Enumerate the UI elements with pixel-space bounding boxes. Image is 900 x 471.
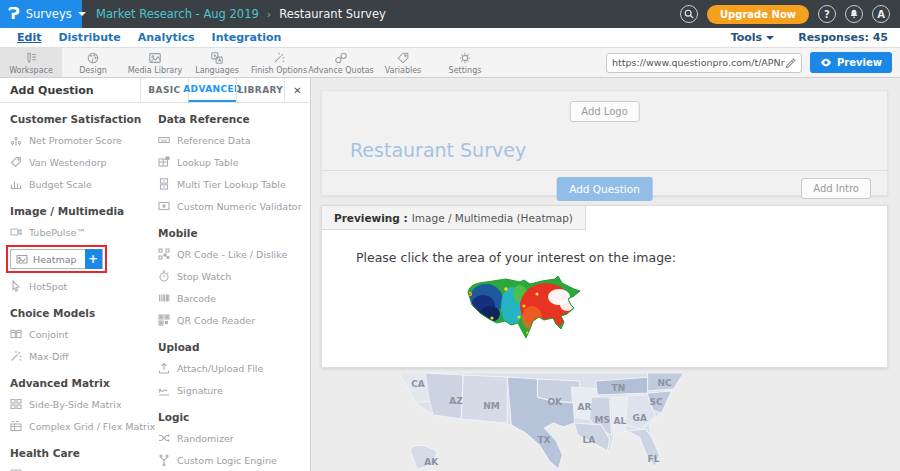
section-customer-satisfaction: Customer Satisfaction [10,113,158,125]
image-icon [148,51,162,65]
validator-icon [158,200,170,212]
cursor-icon [10,280,22,292]
app-root: Ɂ Surveys Market Research - Aug 2019 › R… [0,0,900,471]
section-choice-models: Choice Models [10,307,158,319]
palette-icon [86,51,100,65]
product-switcher[interactable]: Ɂ Surveys [0,0,82,28]
panel-column-2: Data Reference Reference Data Lookup Tab… [158,113,310,471]
survey-header-card: Add Logo Restaurant Survey Add Question … [321,90,888,196]
tab-advanced[interactable]: ADVANCED [188,78,236,102]
item-budget-scale[interactable]: Budget Scale [10,178,158,190]
add-logo-button[interactable]: Add Logo [569,101,640,122]
nav-analytics[interactable]: Analytics [138,31,195,44]
avatar[interactable]: A [872,5,890,23]
nps-icon [10,134,22,146]
item-tubepulse[interactable]: TubePulse™ [10,226,158,238]
tool-languages[interactable]: Languages [186,48,248,77]
product-menu-label: Surveys [26,7,72,21]
state-label-ok: OK [547,397,563,407]
tool-finish-options[interactable]: Finish Options [248,48,310,77]
chevron-down-icon [78,12,86,16]
upgrade-now-button[interactable]: Upgrade Now [707,5,809,24]
nav-distribute[interactable]: Distribute [58,31,120,44]
nav-edit[interactable]: Edit [17,31,41,44]
item-custom-numeric-validator[interactable]: Custom Numeric Validator [158,200,310,212]
section-logic: Logic [158,411,310,423]
tool-media-library[interactable]: Media Library [124,48,186,77]
tab-basic[interactable]: BASIC [140,78,188,102]
survey-canvas: CA AZ NM OK AR TN NC SC MS AL GA TX LA F… [311,78,900,471]
eye-icon [820,58,832,67]
item-multi-tier-lookup[interactable]: Multi Tier Lookup Table [158,178,310,190]
notifications-bell-icon[interactable] [845,5,863,23]
heatmap-usa-image[interactable] [462,274,588,350]
section-nav: Edit Distribute Analytics Integration To… [0,28,900,48]
state-label-ga: GA [633,413,647,423]
item-attach-upload[interactable]: Attach/Upload File [158,362,310,374]
tools-menu[interactable]: Tools [731,31,774,44]
item-reference-data[interactable]: Reference Data [158,134,310,146]
breadcrumb-separator: › [267,8,271,21]
subnav-right: Tools Responses: 45 [731,31,900,44]
state-label-la: LA [582,435,595,445]
item-custom-logic-engine[interactable]: Custom Logic Engine [158,454,310,466]
previewing-label: Previewing : [334,212,408,224]
add-question-button[interactable]: Add Question [556,177,653,201]
close-icon[interactable]: ✕ [284,78,310,102]
editor-toolbar: Workspace Design Media Library Languages… [0,48,900,78]
preview-button[interactable]: Preview [810,52,892,73]
search-icon[interactable] [680,5,698,23]
tab-library[interactable]: LIBRARY [236,78,284,102]
item-complex-grid[interactable]: Complex Grid / Flex Matrix [10,420,158,432]
panel-column-1: Customer Satisfaction Net Promoter Score… [10,113,158,471]
nav-integration[interactable]: Integration [212,31,282,44]
price-tag-icon [10,156,22,168]
add-heatmap-button[interactable]: + [85,249,102,269]
tool-design[interactable]: Design [62,48,124,77]
video-camera-icon [10,226,22,238]
previewing-tab: Previewing : Image / Multimedia (Heatmap… [321,205,586,230]
item-stop-watch[interactable]: Stop Watch [158,270,310,282]
tool-variables[interactable]: Variables [372,48,434,77]
gear-icon [458,51,472,65]
signature-icon [158,384,170,396]
responses-count[interactable]: Responses: 45 [798,31,888,44]
help-button[interactable]: ? [818,5,836,23]
section-advanced-matrix: Advanced Matrix [10,377,158,389]
item-hotspot[interactable]: HotSpot [10,280,158,292]
item-conjoint[interactable]: Conjoint [10,328,158,340]
item-barcode[interactable]: Barcode [158,292,310,304]
survey-title[interactable]: Restaurant Survey [350,139,526,161]
state-label-tn: TN [612,383,626,393]
item-randomizer[interactable]: Randomizer [158,432,310,444]
upload-icon [158,362,170,374]
tool-settings[interactable]: Settings [434,48,496,77]
item-qr-like-dislike[interactable]: QR Code - Like / Dislike [158,248,310,260]
breadcrumb-parent-link[interactable]: Market Research - Aug 2019 [96,7,259,21]
section-data-reference: Data Reference [158,113,310,125]
edit-pencil-icon[interactable] [785,57,796,68]
tool-advance-quotas[interactable]: Advance Quotas [310,48,372,77]
item-max-diff[interactable]: Max-Diff [10,350,158,362]
state-label-az: AZ [449,396,463,406]
add-question-panel: Add Question BASIC ADVANCED LIBRARY ✕ Cu… [0,78,311,471]
breadcrumb-current: Restaurant Survey [279,7,386,21]
item-heatmap[interactable]: Heatmap + [10,249,103,269]
state-label-fl: FL [648,454,660,464]
panel-title: Add Question [0,78,140,102]
item-lookup-table[interactable]: Lookup Table [158,156,310,168]
add-intro-button[interactable]: Add Intro [801,178,871,199]
survey-url-input[interactable] [612,57,785,68]
item-net-promoter-score[interactable]: Net Promoter Score [10,134,158,146]
item-signature[interactable]: Signature [158,384,310,396]
survey-heatmap-map-preview[interactable]: CA AZ NM OK AR TN NC SC MS AL GA TX LA F… [311,373,900,471]
questionpro-logo-icon: Ɂ [8,7,20,22]
tool-workspace[interactable]: Workspace [0,48,62,77]
state-label-ar: AR [577,402,591,412]
state-label-ms: MS [594,415,609,425]
item-van-westendorp[interactable]: Van Westendorp [10,156,158,168]
keyboard-icon [158,134,170,146]
item-side-by-side-matrix[interactable]: Side-By-Side Matrix [10,398,158,410]
item-qr-code-reader[interactable]: QR Code Reader [158,314,310,326]
grid-icon [10,420,22,432]
